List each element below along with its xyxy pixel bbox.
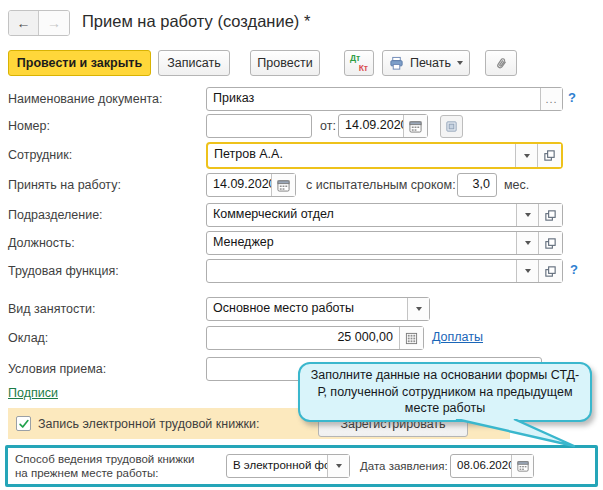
post-and-close-button[interactable]: Провести и закрыть [8,50,151,76]
workbook-method-field[interactable]: В электронной форме [226,454,350,478]
labor-function-label: Трудовая функция: [8,259,119,283]
forward-button[interactable]: → [39,11,69,35]
print-label: Печать [410,56,451,70]
position-field[interactable]: Менеджер [206,231,563,255]
doc-name-help-button[interactable]: ? [568,90,576,105]
linked-documents-button[interactable] [440,115,463,138]
kt-label: Кт [350,64,368,73]
salary-label: Оклад: [8,326,48,350]
position-value[interactable]: Менеджер [207,232,516,254]
open-item-icon [543,149,556,162]
calculator-icon [405,332,418,345]
trial-unit-label: мес. [504,173,529,197]
calendar-icon [517,460,529,472]
employee-field[interactable]: Петров А.А. [206,142,563,169]
request-date-label: Дата заявления: [360,459,448,473]
salary-value[interactable]: 25 000,00 [207,327,399,349]
dropdown-caret-icon [416,307,422,311]
back-arrow-icon: ← [17,15,31,31]
workbook-method-dropdown-button[interactable] [327,455,349,477]
printer-icon [389,56,404,71]
paperclip-icon [491,53,512,74]
trial-period-value[interactable]: 3,0 [458,174,496,196]
workbook-highlight-frame: Способ ведения трудовой книжки на прежне… [5,445,598,487]
number-value[interactable] [207,115,311,137]
etk-label: Запись электронной трудовой книжки: [38,412,259,436]
employee-value[interactable]: Петров А.А. [208,144,515,167]
position-label: Должность: [8,231,75,255]
doc-name-value[interactable]: Приказ [207,88,540,110]
salary-calculator-button[interactable] [399,327,423,349]
back-button[interactable]: ← [9,11,39,35]
doc-date-value[interactable]: 14.09.2020 [339,115,403,137]
open-item-icon [544,265,557,278]
request-date-calendar-button[interactable] [511,455,533,477]
workbook-method-label-line2: на прежнем месте работы: [15,466,158,480]
position-open-button[interactable] [538,232,562,254]
dropdown-caret-icon [525,241,531,245]
supplements-link[interactable]: Доплаты [432,330,483,344]
department-field[interactable]: Коммерческий отдел [206,203,563,227]
department-label: Подразделение: [8,203,103,227]
doc-date-field[interactable]: 14.09.2020 [338,114,428,138]
workbook-method-value[interactable]: В электронной форме [227,455,327,477]
page-title: Прием на работу (создание) * [82,12,310,31]
employment-type-value[interactable]: Основное место работы [207,298,407,320]
employment-type-dropdown-button[interactable] [407,298,429,320]
trial-period-field[interactable]: 3,0 [457,173,497,197]
dropdown-caret-icon [524,154,530,158]
doc-name-field[interactable]: Приказ ... [206,87,563,111]
dropdown-caret-icon [525,213,531,217]
print-button[interactable]: Печать [382,50,470,76]
linked-documents-icon [445,120,458,133]
post-button[interactable]: Провести [250,50,320,76]
employment-type-label: Вид занятости: [8,297,95,321]
labor-function-value[interactable] [207,260,516,282]
department-dropdown-button[interactable] [516,204,538,226]
dropdown-caret-icon [525,269,531,273]
hint-bubble-tail [450,419,580,448]
position-dropdown-button[interactable] [516,232,538,254]
labor-function-dropdown-button[interactable] [516,260,538,282]
open-item-icon [544,237,557,250]
post-and-close-label: Провести и закрыть [17,56,142,70]
hint-bubble: Заполните данные на основании формы СТД-… [298,362,592,422]
request-date-field[interactable]: 08.06.2020 [450,454,534,478]
number-field[interactable] [206,114,312,138]
request-date-value[interactable]: 08.06.2020 [451,455,511,477]
write-button[interactable]: Записать [158,50,230,76]
dt-label: Дт [350,54,368,63]
employee-dropdown-button[interactable] [515,144,537,167]
doc-name-more-button[interactable]: ... [540,88,562,110]
etk-checkbox[interactable] [16,416,31,431]
forward-arrow-icon: → [47,15,61,31]
workbook-method-label-line1: Способ ведения трудовой книжки [15,452,194,466]
checkmark-icon [18,418,30,430]
print-caret-icon [457,61,463,65]
dtkt-button[interactable]: Дт Кт [344,50,374,76]
doc-name-label: Наименование документа: [8,87,163,111]
number-label: Номер: [8,114,50,138]
dtkt-icon: Дт Кт [350,54,368,72]
hire-date-field[interactable]: 14.09.2020 [206,173,296,197]
hire-date-value[interactable]: 14.09.2020 [207,174,271,196]
labor-function-help-button[interactable]: ? [570,262,578,277]
trial-period-label: с испытательным сроком: [306,173,456,197]
employee-open-button[interactable] [537,144,561,167]
ellipsis-icon: ... [545,94,557,104]
employment-type-field[interactable]: Основное место работы [206,297,430,321]
salary-field[interactable]: 25 000,00 [206,326,424,350]
hire-date-calendar-button[interactable] [271,174,295,196]
date-from-label: от: [320,114,336,138]
attachments-button[interactable] [485,50,517,76]
signatures-link[interactable]: Подписи [8,386,58,400]
calendar-icon [277,179,290,192]
department-value[interactable]: Коммерческий отдел [207,204,516,226]
department-open-button[interactable] [538,204,562,226]
conditions-label: Условия приема: [8,357,106,381]
history-nav: ← → [8,10,70,36]
labor-function-field[interactable] [206,259,563,283]
doc-date-calendar-button[interactable] [403,115,427,137]
labor-function-open-button[interactable] [538,260,562,282]
hiring-form-window: ← → Прием на работу (создание) * Провест… [0,0,603,490]
